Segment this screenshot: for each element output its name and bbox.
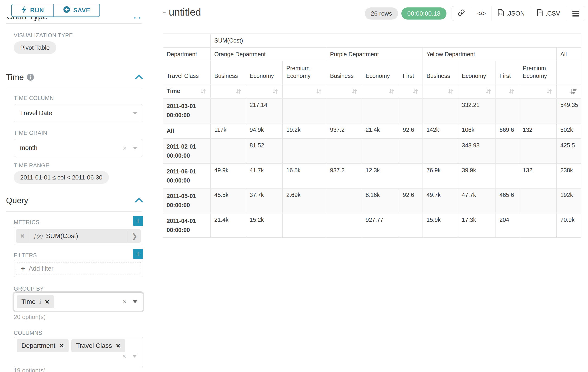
export-csv-label: .CSV: [546, 10, 560, 17]
time-range-label: TIME RANGE: [14, 162, 49, 169]
pivot-value-cell: 94.9k: [246, 123, 283, 139]
add-filter-field[interactable]: + Add filter: [16, 262, 141, 275]
pivot-value-cell: 2.69k: [283, 188, 326, 213]
more-options-button[interactable]: [566, 6, 585, 21]
pivot-value-cell: [519, 188, 557, 213]
sort-cell[interactable]: [399, 84, 423, 98]
time-grain-select[interactable]: month ×: [14, 139, 143, 157]
chevron-down-icon[interactable]: [133, 112, 137, 115]
hamburger-menu-icon: [572, 11, 579, 17]
sort-cell[interactable]: [326, 84, 362, 98]
chart-title[interactable]: - untitled: [163, 7, 201, 18]
pivot-value-cell: 21.4k: [362, 123, 399, 139]
time-column-value: Travel Date: [20, 109, 52, 117]
pivot-value-cell: [326, 98, 362, 123]
chevron-down-icon[interactable]: [133, 147, 137, 149]
pivot-value-cell: 47.7k: [458, 188, 496, 213]
pivot-value-cell: 142k: [423, 123, 458, 139]
pivot-value-cell: 669.6: [496, 123, 519, 139]
pivot-value-cell: 15.2k: [246, 213, 283, 238]
pivot-data-row: 2011-06-01 00:00:0049.9k41.7k16.5k937.21…: [163, 163, 581, 188]
remove-tag-icon[interactable]: ✕: [116, 342, 121, 349]
metric-name: SUM(Cost): [46, 232, 78, 240]
chevron-up-icon[interactable]: [134, 17, 144, 19]
file-json-icon: [498, 9, 504, 18]
pivot-department-label: Department: [163, 47, 210, 61]
visualization-type-pill[interactable]: Pivot Table: [14, 41, 56, 54]
remove-metric-icon[interactable]: ×: [16, 229, 29, 243]
sort-icon[interactable]: [412, 88, 419, 95]
sort-icon[interactable]: [235, 88, 242, 95]
pivot-value-cell: 17.3k: [458, 213, 496, 238]
run-button[interactable]: RUN: [11, 4, 54, 17]
clear-icon[interactable]: ×: [122, 352, 126, 360]
columns-select[interactable]: Department ✕ Travel Class ✕ ×: [14, 337, 143, 367]
sort-cell[interactable]: [458, 84, 496, 98]
pivot-row-label: 2011-04-01 00:00:00: [163, 213, 210, 238]
sort-icon[interactable]: [272, 88, 279, 95]
pivot-value-cell: 45.5k: [210, 188, 246, 213]
file-csv-icon: [537, 9, 543, 18]
share-link-button[interactable]: [452, 6, 471, 21]
sort-cell[interactable]: [496, 84, 519, 98]
sort-cell[interactable]: [423, 84, 458, 98]
add-filter-placeholder: Add filter: [29, 265, 54, 272]
chart-header-actions: 26 rows 00:00:00.18 </> .JSON: [365, 6, 586, 21]
save-button[interactable]: SAVE: [54, 4, 100, 17]
sort-cell[interactable]: [210, 84, 246, 98]
pivot-value-cell: 425.5: [557, 139, 581, 164]
group-by-tag[interactable]: Time i ✕: [17, 295, 54, 308]
sort-icon[interactable]: [200, 88, 207, 95]
sort-desc-cell[interactable]: [557, 84, 581, 98]
sort-icon[interactable]: [546, 88, 553, 95]
embed-code-button[interactable]: </>: [471, 6, 492, 21]
clear-icon[interactable]: ×: [123, 298, 127, 306]
query-collapse-button[interactable]: [135, 197, 143, 204]
explore-view: Chart Type RUN SAVE VISUALIZATION: [0, 0, 588, 372]
sort-cell[interactable]: [519, 84, 557, 98]
query-section-header[interactable]: Query: [6, 196, 28, 205]
group-by-select[interactable]: Time i ✕ ×: [14, 292, 143, 311]
pivot-value-cell: 204: [496, 213, 519, 238]
time-column-select[interactable]: Travel Date: [14, 104, 143, 122]
chevron-right-icon[interactable]: ❯: [128, 229, 141, 243]
sort-icon[interactable]: [315, 88, 322, 95]
time-range-pill[interactable]: 2011-01-01 ≤ col < 2011-06-30: [14, 171, 109, 184]
sort-icon[interactable]: [508, 88, 515, 95]
pivot-value-cell: [423, 139, 458, 164]
pivot-value-cell: [519, 139, 557, 164]
time-collapse-button[interactable]: [135, 74, 143, 81]
remove-tag-icon[interactable]: ✕: [59, 342, 64, 349]
sort-icon[interactable]: [447, 88, 454, 95]
export-json-label: .JSON: [506, 10, 525, 17]
pivot-value-cell: [283, 139, 326, 164]
sort-cell[interactable]: [246, 84, 283, 98]
pivot-value-cell: [283, 98, 326, 123]
columns-tag[interactable]: Travel Class ✕: [71, 339, 125, 352]
sort-cell[interactable]: [283, 84, 326, 98]
chevron-down-icon[interactable]: [133, 300, 137, 303]
pivot-value-cell: 92.6: [399, 188, 423, 213]
time-section-header[interactable]: Time i: [6, 73, 34, 82]
add-metric-button[interactable]: +: [133, 216, 143, 226]
pivot-value-cell: 21.4k: [210, 213, 246, 238]
sort-icon[interactable]: [485, 88, 492, 95]
sort-icon[interactable]: [388, 88, 395, 95]
metric-pill[interactable]: × ƒ(x) SUM(Cost) ❯: [16, 229, 141, 243]
columns-tag[interactable]: Department ✕: [17, 339, 69, 352]
chevron-down-icon[interactable]: [132, 355, 137, 358]
remove-tag-icon[interactable]: ✕: [45, 298, 50, 305]
pivot-value-cell: 106k: [458, 123, 496, 139]
export-json-button[interactable]: .JSON: [492, 6, 531, 21]
group-by-tag-label: Time: [21, 298, 36, 306]
pivot-value-cell: 37.7k: [246, 188, 283, 213]
clear-icon[interactable]: ×: [123, 144, 127, 152]
sort-descending-icon[interactable]: [570, 88, 577, 95]
sort-icon[interactable]: [351, 88, 358, 95]
sort-cell[interactable]: [362, 84, 399, 98]
pivot-value-cell: 49.7k: [423, 188, 458, 213]
add-filter-button[interactable]: +: [133, 249, 143, 259]
pivot-row-label: 2011-03-01 00:00:00: [163, 98, 210, 123]
export-csv-button[interactable]: .CSV: [531, 6, 566, 21]
pivot-value-cell: [326, 213, 362, 238]
